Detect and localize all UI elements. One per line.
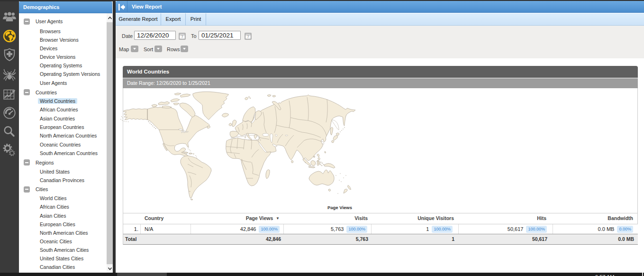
svg-text:7: 7 bbox=[181, 35, 183, 38]
svg-text:7: 7 bbox=[247, 35, 249, 38]
